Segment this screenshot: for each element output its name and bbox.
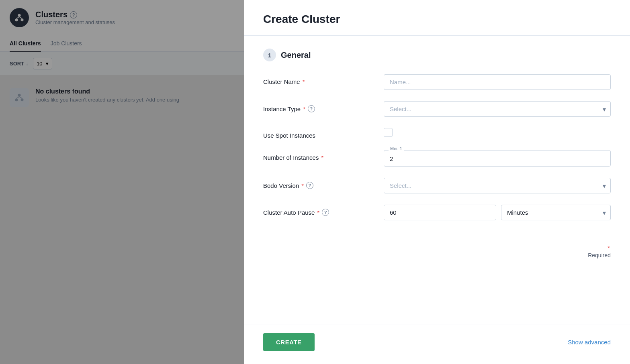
instance-type-required-star: * — [303, 106, 305, 112]
bodo-version-control: Select... ▾ — [384, 178, 611, 193]
modal-body: 1 General Cluster Name * Instance Type *… — [244, 36, 630, 325]
auto-pause-required-star: * — [317, 209, 319, 216]
auto-pause-unit-select[interactable]: Minutes Hours — [501, 205, 611, 220]
bodo-version-required-star: * — [301, 182, 304, 189]
num-instances-required-star: * — [321, 154, 323, 161]
instance-type-label: Instance Type * ? — [263, 101, 384, 112]
section-header: 1 General — [263, 49, 611, 61]
create-button[interactable]: CREATE — [263, 333, 315, 351]
bodo-version-help-icon[interactable]: ? — [306, 182, 313, 189]
create-cluster-panel: Create Cluster 1 General Cluster Name * … — [244, 0, 630, 364]
num-instances-label: Number of Instances * — [263, 150, 384, 161]
auto-pause-number-wrapper — [384, 205, 496, 220]
instance-type-select[interactable]: Select... — [384, 101, 611, 117]
spot-instances-control — [384, 128, 611, 137]
num-instances-input[interactable] — [384, 150, 611, 167]
instance-type-control: Select... ▾ — [384, 101, 611, 117]
cluster-name-row: Cluster Name * — [263, 74, 611, 90]
num-instances-control: Min. 1 — [384, 150, 611, 167]
required-star: * — [608, 244, 610, 251]
bodo-version-select-wrapper: Select... ▾ — [384, 178, 611, 193]
num-instances-row: Number of Instances * Min. 1 — [263, 150, 611, 167]
cluster-name-input[interactable] — [384, 74, 611, 90]
instance-type-row: Instance Type * ? Select... ▾ — [263, 101, 611, 117]
bodo-version-row: Bodo Version * ? Select... ▾ — [263, 178, 611, 193]
bodo-version-label: Bodo Version * ? — [263, 178, 384, 189]
auto-pause-unit-wrapper: Minutes Hours ▾ — [501, 205, 611, 220]
bodo-version-select[interactable]: Select... — [384, 178, 611, 193]
modal-footer: CREATE Show advanced — [244, 325, 630, 364]
auto-pause-number-input[interactable] — [384, 205, 496, 220]
required-note-text: Required — [588, 252, 611, 258]
cluster-name-label: Cluster Name * — [263, 74, 384, 85]
auto-pause-help-icon[interactable]: ? — [322, 209, 329, 216]
section-number: 1 — [263, 49, 276, 61]
auto-pause-inputs: Minutes Hours ▾ — [384, 205, 611, 220]
auto-pause-unit-select-wrapper: Minutes Hours ▾ — [501, 205, 611, 220]
modal-header: Create Cluster — [244, 0, 630, 36]
instance-type-select-wrapper: Select... ▾ — [384, 101, 611, 117]
auto-pause-row: Cluster Auto Pause * ? Minutes Hours — [263, 205, 611, 220]
spot-instances-checkbox[interactable] — [384, 128, 393, 137]
cluster-name-required-star: * — [303, 78, 305, 85]
background-overlay — [0, 0, 244, 364]
required-note-area: * Required — [263, 244, 611, 259]
num-instances-wrapper: Min. 1 — [384, 150, 611, 167]
auto-pause-label: Cluster Auto Pause * ? — [263, 205, 384, 216]
auto-pause-control: Minutes Hours ▾ — [384, 205, 611, 220]
min-label: Min. 1 — [389, 146, 404, 151]
spot-instances-label: Use Spot Instances — [263, 128, 384, 139]
instance-type-help-icon[interactable]: ? — [308, 105, 315, 112]
modal-title: Create Cluster — [263, 13, 611, 26]
cluster-name-control — [384, 74, 611, 90]
spot-instances-row: Use Spot Instances — [263, 128, 611, 139]
show-advanced-button[interactable]: Show advanced — [568, 339, 611, 346]
section-title: General — [281, 51, 311, 60]
